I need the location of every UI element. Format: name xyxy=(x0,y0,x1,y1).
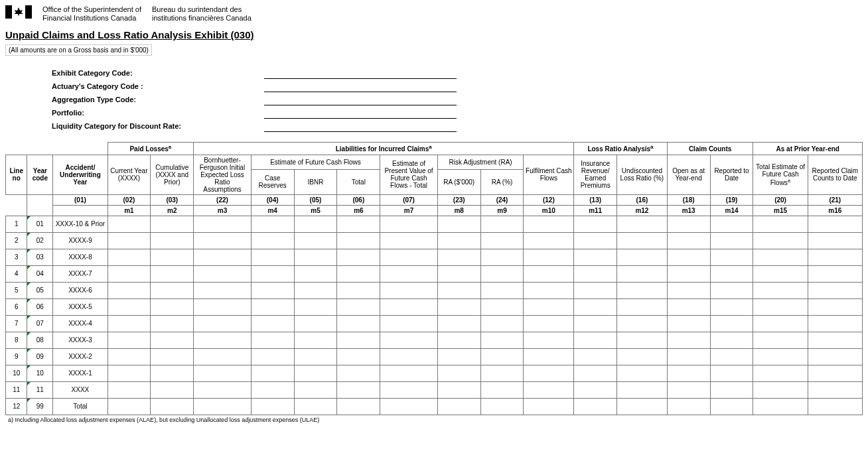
cell-value[interactable] xyxy=(108,249,151,265)
cell-value[interactable] xyxy=(108,298,151,315)
cell-value[interactable] xyxy=(108,265,151,282)
cell-value[interactable] xyxy=(524,398,574,415)
cell-value[interactable] xyxy=(380,381,437,398)
input-aggregation-code[interactable] xyxy=(264,94,457,105)
cell-value[interactable] xyxy=(194,298,251,315)
cell-value[interactable] xyxy=(251,348,294,365)
cell-value[interactable] xyxy=(108,398,151,415)
cell-value[interactable] xyxy=(617,249,668,265)
cell-value[interactable] xyxy=(294,381,337,398)
cell-value[interactable] xyxy=(437,282,480,298)
cell-value[interactable] xyxy=(337,365,380,381)
cell-value[interactable] xyxy=(480,348,524,365)
cell-value[interactable] xyxy=(667,298,710,315)
cell-value[interactable] xyxy=(337,315,380,332)
cell-value[interactable] xyxy=(194,265,251,282)
cell-value[interactable] xyxy=(617,348,668,365)
cell-value[interactable] xyxy=(808,282,862,298)
cell-value[interactable] xyxy=(108,348,151,365)
cell-value[interactable] xyxy=(710,332,753,348)
cell-value[interactable] xyxy=(753,216,808,232)
cell-value[interactable] xyxy=(524,381,574,398)
cell-value[interactable] xyxy=(151,265,194,282)
cell-value[interactable] xyxy=(151,365,194,381)
cell-value[interactable] xyxy=(380,282,437,298)
cell-value[interactable] xyxy=(574,365,617,381)
cell-value[interactable] xyxy=(194,232,251,249)
cell-value[interactable] xyxy=(710,381,753,398)
cell-value[interactable] xyxy=(337,216,380,232)
cell-value[interactable] xyxy=(437,398,480,415)
cell-value[interactable] xyxy=(480,232,524,249)
cell-value[interactable] xyxy=(753,348,808,365)
cell-value[interactable] xyxy=(524,348,574,365)
cell-value[interactable] xyxy=(294,298,337,315)
cell-value[interactable] xyxy=(380,216,437,232)
cell-value[interactable] xyxy=(667,332,710,348)
cell-value[interactable] xyxy=(151,298,194,315)
cell-value[interactable] xyxy=(574,398,617,415)
cell-value[interactable] xyxy=(808,249,862,265)
cell-value[interactable] xyxy=(667,398,710,415)
cell-value[interactable] xyxy=(108,381,151,398)
cell-value[interactable] xyxy=(710,282,753,298)
cell-value[interactable] xyxy=(294,282,337,298)
cell-value[interactable] xyxy=(194,365,251,381)
cell-value[interactable] xyxy=(294,216,337,232)
cell-value[interactable] xyxy=(574,282,617,298)
cell-value[interactable] xyxy=(617,365,668,381)
cell-value[interactable] xyxy=(437,298,480,315)
cell-value[interactable] xyxy=(524,298,574,315)
cell-value[interactable] xyxy=(753,265,808,282)
cell-value[interactable] xyxy=(294,232,337,249)
cell-value[interactable] xyxy=(194,332,251,348)
cell-value[interactable] xyxy=(667,348,710,365)
input-actuary-code[interactable] xyxy=(264,81,457,92)
cell-value[interactable] xyxy=(480,298,524,315)
cell-value[interactable] xyxy=(808,298,862,315)
cell-value[interactable] xyxy=(151,249,194,265)
cell-value[interactable] xyxy=(337,298,380,315)
cell-value[interactable] xyxy=(710,216,753,232)
cell-value[interactable] xyxy=(710,265,753,282)
cell-value[interactable] xyxy=(251,332,294,348)
cell-value[interactable] xyxy=(574,315,617,332)
cell-value[interactable] xyxy=(617,332,668,348)
cell-value[interactable] xyxy=(574,232,617,249)
cell-value[interactable] xyxy=(337,348,380,365)
cell-value[interactable] xyxy=(251,265,294,282)
cell-value[interactable] xyxy=(251,381,294,398)
cell-value[interactable] xyxy=(617,282,668,298)
cell-value[interactable] xyxy=(108,332,151,348)
cell-value[interactable] xyxy=(667,216,710,232)
cell-value[interactable] xyxy=(337,232,380,249)
cell-value[interactable] xyxy=(667,282,710,298)
cell-value[interactable] xyxy=(151,381,194,398)
cell-value[interactable] xyxy=(617,398,668,415)
cell-value[interactable] xyxy=(108,315,151,332)
cell-value[interactable] xyxy=(251,298,294,315)
cell-value[interactable] xyxy=(753,282,808,298)
cell-value[interactable] xyxy=(151,348,194,365)
cell-value[interactable] xyxy=(617,298,668,315)
cell-value[interactable] xyxy=(667,315,710,332)
cell-value[interactable] xyxy=(574,249,617,265)
cell-value[interactable] xyxy=(524,249,574,265)
cell-value[interactable] xyxy=(667,265,710,282)
cell-value[interactable] xyxy=(753,332,808,348)
cell-value[interactable] xyxy=(108,282,151,298)
cell-value[interactable] xyxy=(294,348,337,365)
cell-value[interactable] xyxy=(108,365,151,381)
cell-value[interactable] xyxy=(667,232,710,249)
cell-value[interactable] xyxy=(753,398,808,415)
cell-value[interactable] xyxy=(480,315,524,332)
cell-value[interactable] xyxy=(524,332,574,348)
cell-value[interactable] xyxy=(574,348,617,365)
cell-value[interactable] xyxy=(380,315,437,332)
cell-value[interactable] xyxy=(667,381,710,398)
cell-value[interactable] xyxy=(194,282,251,298)
cell-value[interactable] xyxy=(753,232,808,249)
input-portfolio[interactable] xyxy=(264,107,457,119)
cell-value[interactable] xyxy=(194,216,251,232)
cell-value[interactable] xyxy=(194,249,251,265)
